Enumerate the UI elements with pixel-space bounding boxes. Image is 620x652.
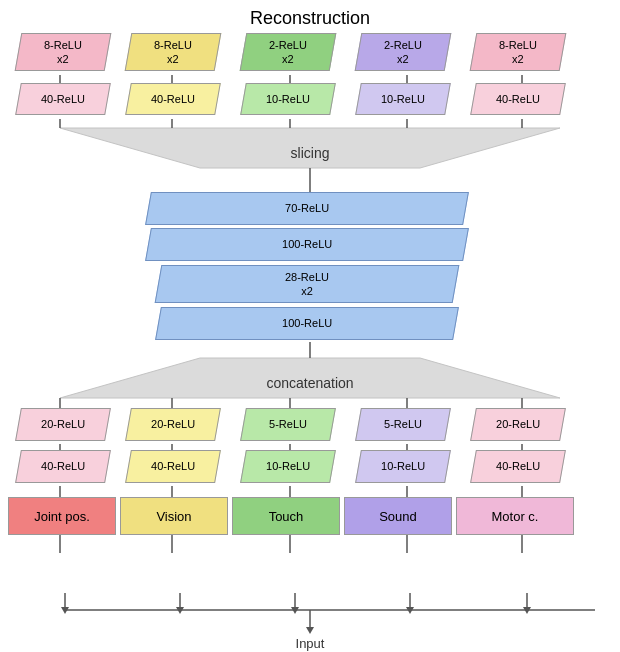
- label-joint-pos: Joint pos.: [8, 497, 116, 535]
- svg-marker-23: [306, 627, 314, 634]
- node-top1-3: 2-ReLUx2: [240, 33, 337, 71]
- label-sound: Sound: [344, 497, 452, 535]
- node-top1-4: 2-ReLUx2: [355, 33, 452, 71]
- diagram: Reconstruction slicing concatenation: [0, 0, 620, 652]
- svg-marker-32: [406, 607, 414, 614]
- svg-text:slicing: slicing: [291, 145, 330, 161]
- node-bot2-3: 10-ReLU: [240, 450, 336, 483]
- node-bot2-4: 10-ReLU: [355, 450, 451, 483]
- node-top2-5: 40-ReLU: [470, 83, 566, 115]
- node-top1-1: 8-ReLUx2: [15, 33, 112, 71]
- node-bot2-2: 40-ReLU: [125, 450, 221, 483]
- node-bot2-1: 40-ReLU: [15, 450, 111, 483]
- svg-marker-0: [60, 128, 560, 168]
- label-motor: Motor c.: [456, 497, 574, 535]
- svg-marker-26: [61, 607, 69, 614]
- node-top1-5: 8-ReLUx2: [470, 33, 567, 71]
- node-bot1-4: 5-ReLU: [355, 408, 451, 441]
- node-bot1-1: 20-ReLU: [15, 408, 111, 441]
- node-top2-2: 40-ReLU: [125, 83, 221, 115]
- svg-text:Input: Input: [296, 636, 325, 651]
- node-bot1-5: 20-ReLU: [470, 408, 566, 441]
- node-bot2-5: 40-ReLU: [470, 450, 566, 483]
- svg-marker-2: [60, 358, 560, 398]
- middle-layer-1: 70-ReLU: [145, 192, 469, 225]
- svg-text:concatenation: concatenation: [266, 375, 353, 391]
- node-top2-1: 40-ReLU: [15, 83, 111, 115]
- svg-marker-28: [176, 607, 184, 614]
- middle-layer-4: 100-ReLU: [155, 307, 459, 340]
- svg-marker-34: [523, 607, 531, 614]
- title: Reconstruction: [0, 8, 620, 29]
- node-top2-3: 10-ReLU: [240, 83, 336, 115]
- middle-layer-2: 100-ReLU: [145, 228, 469, 261]
- node-bot1-2: 20-ReLU: [125, 408, 221, 441]
- node-top2-4: 10-ReLU: [355, 83, 451, 115]
- label-touch: Touch: [232, 497, 340, 535]
- svg-marker-30: [291, 607, 299, 614]
- label-vision: Vision: [120, 497, 228, 535]
- node-bot1-3: 5-ReLU: [240, 408, 336, 441]
- middle-layer-3: 28-ReLUx2: [155, 265, 460, 303]
- node-top1-2: 8-ReLUx2: [125, 33, 222, 71]
